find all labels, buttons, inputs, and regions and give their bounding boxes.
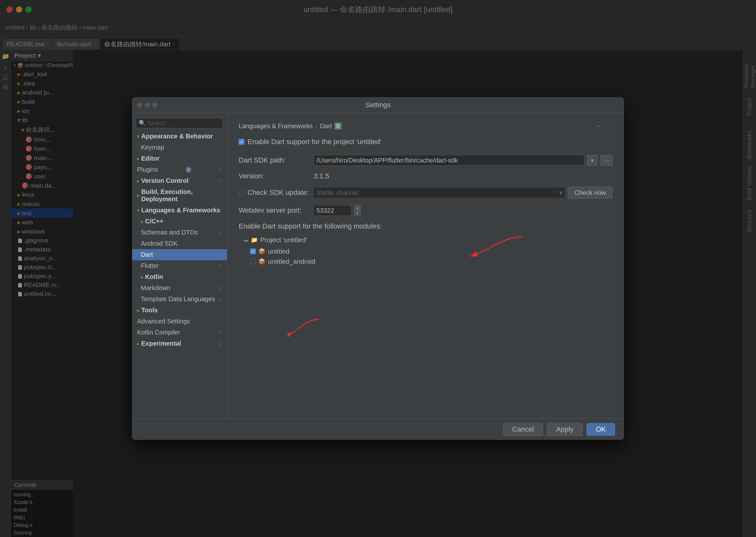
enable-dart-label: Enable Dart support for the project 'unt… bbox=[248, 138, 382, 146]
nav-vc-icon: □ bbox=[219, 178, 222, 184]
nav-exp-label: Experimental bbox=[141, 340, 181, 347]
sdk-path-dropdown-btn[interactable]: ▾ bbox=[587, 155, 598, 166]
ok-label: OK bbox=[596, 425, 606, 434]
nav-android-label: Android SDK bbox=[141, 240, 178, 247]
module-android-label: untitled_android bbox=[268, 258, 315, 265]
nav-appearance-label: Appearance & Behavior bbox=[141, 133, 213, 140]
cancel-label: Cancel bbox=[512, 425, 534, 434]
version-label: Version: bbox=[239, 172, 309, 180]
nav-dart-label: Dart bbox=[141, 251, 153, 258]
nav-editor[interactable]: ▸ Editor bbox=[132, 153, 227, 164]
nav-flutter-icon: □ bbox=[219, 264, 222, 268]
check-sdk-label: Check SDK update: bbox=[248, 188, 309, 197]
nav-forward-icon[interactable]: → bbox=[606, 122, 612, 130]
red-arrow-2 bbox=[287, 313, 326, 338]
settings-footer: Cancel Apply OK bbox=[132, 418, 624, 440]
nav-template-data[interactable]: Template Data Languages □ bbox=[132, 294, 227, 305]
module-untitled-label: untitled bbox=[268, 248, 289, 255]
cancel-button[interactable]: Cancel bbox=[503, 423, 543, 436]
breadcrumb-part1: Languages & Frameworks bbox=[239, 122, 313, 130]
content-nav-arrows: ← → bbox=[596, 122, 612, 130]
nav-kotlin-arrow: ▸ bbox=[141, 274, 143, 280]
nav-android-sdk[interactable]: Android SDK bbox=[132, 238, 227, 249]
enable-dart-checkbox[interactable]: ✓ bbox=[239, 139, 244, 145]
nav-kotlin[interactable]: ▸ Kotlin bbox=[132, 271, 227, 282]
version-row: Version: 3.1.5 bbox=[239, 172, 612, 180]
settings-maximize-btn[interactable] bbox=[152, 103, 157, 107]
webdev-port-up[interactable]: ▲ bbox=[354, 205, 360, 210]
nav-cpp-label: C/C++ bbox=[145, 218, 163, 225]
dart-icon: D bbox=[335, 122, 342, 130]
nav-build-execution[interactable]: ▸ Build, Execution, Deployment bbox=[132, 186, 227, 205]
settings-close-btn[interactable] bbox=[137, 103, 142, 107]
nav-experimental[interactable]: ▸ Experimental □ bbox=[132, 338, 227, 349]
module-untitled-android-checkbox[interactable] bbox=[250, 259, 256, 265]
module-untitled-checkbox[interactable]: ✓ bbox=[250, 249, 256, 254]
nav-plugins[interactable]: Plugins ! □ bbox=[132, 164, 227, 175]
ok-button[interactable]: OK bbox=[587, 423, 615, 436]
nav-plugins-icon: □ bbox=[219, 167, 222, 172]
settings-minimize-btn[interactable] bbox=[145, 103, 150, 107]
settings-title: Settings bbox=[365, 101, 391, 109]
nav-schemas-dtd[interactable]: Schemas and DTDs □ bbox=[132, 227, 227, 238]
nav-cpp-arrow: ▸ bbox=[141, 219, 143, 224]
version-value: 3.1.5 bbox=[314, 172, 329, 180]
webdev-port-value: 53322 bbox=[316, 207, 334, 214]
nav-markdown-label: Markdown bbox=[141, 284, 170, 292]
webdev-port-input[interactable]: 53322 bbox=[314, 205, 352, 216]
check-sdk-input-wrap: Stable channel ▾ Check now bbox=[314, 186, 612, 199]
nav-flutter-label: Flutter bbox=[141, 262, 159, 269]
search-icon: 🔍 bbox=[139, 120, 146, 127]
nav-template-icon: □ bbox=[219, 297, 222, 302]
nav-vc-arrow: ▸ bbox=[137, 178, 139, 184]
settings-nav: 🔍 Search... ▾ Appearance & Behavior Keym… bbox=[132, 113, 227, 418]
nav-flutter[interactable]: Flutter □ bbox=[132, 260, 227, 271]
nav-build-arrow: ▸ bbox=[137, 193, 139, 198]
nav-appearance-behavior[interactable]: ▾ Appearance & Behavior bbox=[132, 131, 227, 142]
webdev-port-spinner: ▲ ▼ bbox=[354, 205, 360, 216]
nav-tools-arrow: ▸ bbox=[137, 308, 139, 313]
nav-lf-label: Languages & Frameworks bbox=[141, 207, 220, 214]
settings-dialog: Settings 🔍 Search... ▾ Appearance & Beha… bbox=[132, 97, 624, 440]
sdk-path-value: /Users/hiro/Desktop/APP/flutter/bin/cach… bbox=[316, 157, 458, 164]
module-project-row: ▬ 📁 Project 'untitled' bbox=[244, 235, 612, 245]
webdev-port-down[interactable]: ▼ bbox=[354, 210, 360, 216]
nav-build-label: Build, Execution, Deployment bbox=[141, 188, 222, 203]
nav-advanced-settings[interactable]: Advanced Settings bbox=[132, 316, 227, 327]
breadcrumb-arrow: › bbox=[315, 122, 317, 130]
nav-vc-label: Version Control bbox=[141, 177, 189, 185]
nav-back-icon[interactable]: ← bbox=[596, 122, 603, 130]
nav-languages-frameworks[interactable]: ▾ Languages & Frameworks bbox=[132, 205, 227, 216]
nav-version-control[interactable]: ▸ Version Control □ bbox=[132, 175, 227, 186]
nav-tools[interactable]: ▸ Tools bbox=[132, 305, 227, 316]
project-collapse-icon[interactable]: ▬ bbox=[244, 237, 248, 242]
sdk-path-input-wrap: /Users/hiro/Desktop/APP/flutter/bin/cach… bbox=[314, 155, 612, 166]
module-untitled-android-row: 📦 untitled_android bbox=[244, 257, 612, 267]
apply-button[interactable]: Apply bbox=[547, 423, 583, 436]
check-now-button[interactable]: Check now bbox=[568, 186, 612, 199]
sdk-channel-dropdown[interactable]: Stable channel ▾ bbox=[314, 187, 565, 198]
content-breadcrumb: Languages & Frameworks › Dart D ← → bbox=[239, 122, 612, 130]
module-android-icon: 📦 bbox=[258, 258, 265, 265]
nav-schemas-icon: □ bbox=[219, 230, 222, 235]
enable-dart-row: ✓ Enable Dart support for the project 'u… bbox=[239, 138, 612, 146]
settings-titlebar: Settings bbox=[132, 97, 624, 113]
nav-kotlin-compiler[interactable]: Kotlin Compiler □ bbox=[132, 327, 227, 338]
breadcrumb-part2: Dart bbox=[320, 122, 332, 130]
settings-body: 🔍 Search... ▾ Appearance & Behavior Keym… bbox=[132, 113, 624, 418]
sdk-path-browse-btn[interactable]: ··· bbox=[600, 155, 612, 166]
nav-keymap[interactable]: Keymap bbox=[132, 142, 227, 153]
check-sdk-label-wrap: Check SDK update: bbox=[239, 188, 309, 197]
nav-cpp[interactable]: ▸ C/C++ bbox=[132, 216, 227, 227]
nav-dart[interactable]: Dart □ bbox=[132, 249, 227, 260]
sdk-path-input[interactable]: /Users/hiro/Desktop/APP/flutter/bin/cach… bbox=[314, 155, 584, 166]
check-now-label: Check now bbox=[574, 189, 606, 196]
nav-markdown-icon: □ bbox=[219, 286, 222, 291]
check-sdk-row: Check SDK update: Stable channel ▾ Check… bbox=[239, 186, 612, 199]
check-sdk-checkbox[interactable] bbox=[239, 190, 244, 195]
modal-overlay: Settings 🔍 Search... ▾ Appearance & Beha… bbox=[0, 0, 756, 537]
webdev-port-row: Webdev server port: 53322 ▲ ▼ bbox=[239, 205, 612, 216]
nav-markdown[interactable]: Markdown □ bbox=[132, 282, 227, 294]
module-untitled-row: ✓ 📦 untitled bbox=[244, 246, 612, 257]
settings-search-box[interactable]: 🔍 Search... bbox=[136, 118, 223, 128]
